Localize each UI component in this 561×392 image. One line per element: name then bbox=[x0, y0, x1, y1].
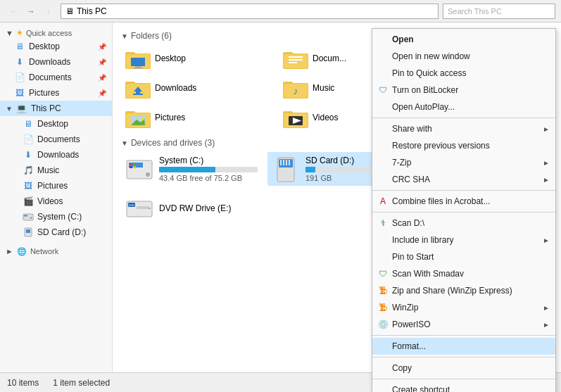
ctx-restore-versions[interactable]: Restore previous versions bbox=[372, 137, 555, 154]
svg-rect-40 bbox=[130, 163, 132, 165]
ctx-crc-sha[interactable]: CRC SHA ► bbox=[372, 171, 555, 188]
sidebar-item-music-pc[interactable]: 🎵 Music bbox=[0, 163, 112, 178]
drive-item-dvd[interactable]: DVD DVD RW Drive (E:) bbox=[121, 191, 262, 225]
ctx-crc-sha-arrow-icon: ► bbox=[543, 176, 550, 184]
ctx-poweriso[interactable]: 💿 PowerISO ► bbox=[372, 316, 555, 333]
ctx-winzip[interactable]: 🗜 WinZip ► bbox=[372, 299, 555, 316]
drive-dvd-name: DVD RW Drive (E:) bbox=[159, 203, 258, 213]
svg-rect-1 bbox=[24, 215, 27, 217]
ctx-share-with[interactable]: Share with ► bbox=[372, 120, 555, 137]
svg-rect-43 bbox=[133, 166, 136, 168]
ctx-format[interactable]: Format... bbox=[372, 338, 555, 355]
ctx-scan-smadav[interactable]: ⚕ Scan D:\ bbox=[372, 215, 555, 232]
sidebar-item-label: Desktop bbox=[37, 119, 68, 129]
downloads2-icon: ⬇ bbox=[23, 149, 34, 160]
ctx-winzip-arrow-icon: ► bbox=[543, 304, 550, 312]
sidebar-item-desktop-pc[interactable]: 🖥 Desktop bbox=[0, 116, 112, 132]
folder-name: Docum... bbox=[313, 53, 346, 63]
ctx-format-label: Format... bbox=[392, 341, 426, 351]
search-bar[interactable]: Search This PC bbox=[443, 4, 555, 19]
pin-icon: 📌 bbox=[98, 58, 106, 66]
sidebar-section-label-text: Quick access bbox=[26, 29, 72, 37]
svg-rect-48 bbox=[283, 160, 284, 165]
sidebar-section-quick-access[interactable]: ▼ ★ Quick access bbox=[0, 25, 112, 39]
svg-rect-10 bbox=[133, 68, 143, 69]
sidebar-item-label: Videos bbox=[37, 196, 63, 206]
ctx-scan-with-smadav[interactable]: 🛡 Scan With Smadav bbox=[372, 265, 555, 282]
sidebar-item-systemc[interactable]: System (C:) bbox=[0, 209, 112, 225]
sidebar: ▼ ★ Quick access 🖥 Desktop 📌 ⬇ Downloads… bbox=[0, 23, 113, 372]
sidebar-item-label: SD Card (D:) bbox=[37, 227, 86, 237]
sidebar-item-label: Music bbox=[37, 165, 59, 175]
sidebar-item-sdd[interactable]: SD Card (D:) bbox=[0, 225, 112, 240]
windows-drive-icon bbox=[125, 155, 153, 183]
sidebar-item-label: Documents bbox=[29, 72, 72, 82]
sidebar-item-label: Pictures bbox=[29, 88, 59, 98]
ctx-7zip-arrow-icon: ► bbox=[543, 159, 550, 167]
forward-button[interactable]: → bbox=[23, 4, 39, 19]
winzip2-icon: 🗜 bbox=[377, 301, 389, 314]
folder-name: Videos bbox=[313, 113, 338, 122]
folders-chevron-icon: ▼ bbox=[121, 32, 128, 40]
sidebar-item-label: Desktop bbox=[29, 42, 60, 51]
sidebar-item-pictures-qa[interactable]: 🖼 Pictures 📌 bbox=[0, 85, 112, 101]
music-icon: 🎵 bbox=[23, 165, 34, 176]
svg-rect-16 bbox=[289, 62, 297, 63]
address-bar[interactable]: 🖥 This PC bbox=[61, 4, 439, 19]
documents2-icon: 📄 bbox=[23, 134, 34, 145]
ctx-create-shortcut[interactable]: Create shortcut bbox=[372, 381, 555, 392]
ctx-include-library[interactable]: Include in library ► bbox=[372, 232, 555, 248]
folder-item-desktop[interactable]: Desktop bbox=[121, 45, 276, 72]
ctx-separator-4 bbox=[372, 335, 555, 336]
svg-rect-22 bbox=[133, 94, 143, 95]
search-placeholder: Search This PC bbox=[448, 7, 502, 15]
drive-systemc-free: 43.4 GB free of 75.2 GB bbox=[159, 174, 258, 182]
chevron-down-icon2: ▼ bbox=[6, 105, 13, 113]
ctx-bitlocker[interactable]: 🛡 Turn on BitLocker bbox=[372, 82, 555, 99]
ctx-pin-quick-access[interactable]: Pin to Quick access bbox=[372, 65, 555, 82]
drive-dvd-info: DVD RW Drive (E:) bbox=[159, 203, 258, 213]
ctx-bitlocker-label: Turn on BitLocker bbox=[392, 85, 458, 95]
selection-status: 1 item selected bbox=[53, 378, 110, 388]
folders-header-text: Folders (6) bbox=[131, 31, 172, 41]
ctx-copy[interactable]: Copy bbox=[372, 360, 555, 377]
desktop2-icon: 🖥 bbox=[23, 118, 34, 129]
sidebar-item-downloads-pc[interactable]: ⬇ Downloads bbox=[0, 147, 112, 163]
network-icon: 🌐 bbox=[16, 246, 27, 257]
up-button[interactable]: ↑ bbox=[41, 4, 56, 19]
sidebar-item-documents-pc[interactable]: 📄 Documents bbox=[0, 132, 112, 147]
sidebar-item-desktop-qa[interactable]: 🖥 Desktop 📌 bbox=[0, 39, 112, 54]
svg-point-2 bbox=[30, 217, 32, 218]
sidebar-item-label: This PC bbox=[31, 103, 61, 113]
sidebar-item-documents-qa[interactable]: 📄 Documents 📌 bbox=[0, 70, 112, 85]
ctx-autoplay[interactable]: Open AutoPlay... bbox=[372, 99, 555, 115]
ctx-zip-share[interactable]: 🗜 Zip and Share (WinZip Express) bbox=[372, 282, 555, 299]
ctx-separator-6 bbox=[372, 379, 555, 379]
sidebar-item-network[interactable]: ► 🌐 Network bbox=[0, 243, 112, 258]
ctx-autoplay-label: Open AutoPlay... bbox=[392, 102, 455, 112]
ctx-7zip[interactable]: 7-Zip ► bbox=[372, 154, 555, 171]
ctx-pin-start[interactable]: Pin to Start bbox=[372, 248, 555, 265]
folder-item-downloads[interactable]: Downloads bbox=[121, 75, 276, 101]
sidebar-item-downloads-qa[interactable]: ⬇ Downloads 📌 bbox=[0, 54, 112, 70]
ctx-open-label: Open bbox=[392, 34, 414, 44]
address-text: This PC bbox=[77, 6, 107, 16]
address-computer-icon: 🖥 bbox=[65, 6, 74, 16]
pin-icon: 📌 bbox=[98, 74, 106, 82]
ctx-copy-label: Copy bbox=[392, 363, 412, 373]
sidebar-item-pictures-pc[interactable]: 🖼 Pictures bbox=[0, 178, 112, 194]
ctx-combine-acrobat[interactable]: A Combine files in Acrobat... bbox=[372, 193, 555, 210]
sdcard-icon bbox=[23, 227, 34, 238]
ctx-open-new-window[interactable]: Open in new window bbox=[372, 48, 555, 65]
svg-rect-54 bbox=[137, 206, 149, 209]
ctx-open[interactable]: Open bbox=[372, 31, 555, 48]
ctx-separator-1 bbox=[372, 118, 555, 118]
videos-icon: 🎬 bbox=[23, 196, 34, 207]
svg-rect-49 bbox=[286, 160, 287, 165]
ctx-separator-5 bbox=[372, 357, 555, 358]
folder-item-pictures[interactable]: Pictures bbox=[121, 104, 276, 131]
sidebar-item-videos-pc[interactable]: 🎬 Videos bbox=[0, 194, 112, 209]
sidebar-item-this-pc[interactable]: ▼ 💻 This PC bbox=[0, 101, 112, 116]
drive-item-systemc[interactable]: System (C:) 43.4 GB free of 75.2 GB bbox=[121, 152, 262, 186]
back-button[interactable]: ← bbox=[6, 4, 21, 19]
